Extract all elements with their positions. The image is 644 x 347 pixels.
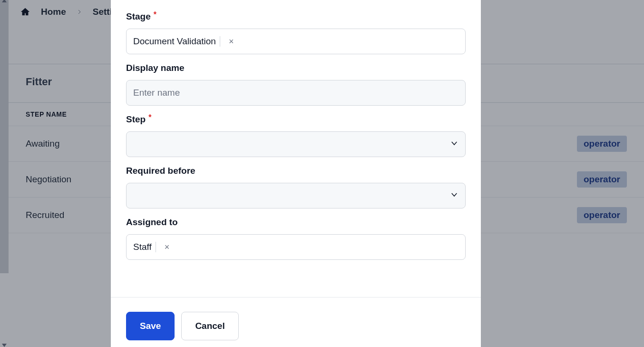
- field-assigned-to: Assigned to Staff ×: [126, 217, 466, 260]
- dialog-footer: Save Cancel: [111, 297, 481, 347]
- edit-step-dialog: Stage * Document Validation × Display na…: [111, 0, 481, 347]
- field-required-before: Required before: [126, 166, 466, 208]
- chevron-down-icon: [450, 190, 459, 201]
- stage-chip: Document Validation: [133, 36, 220, 47]
- assigned-to-chip: Staff: [133, 242, 156, 252]
- field-display-name: Display name: [126, 63, 466, 106]
- display-name-input[interactable]: [133, 88, 459, 98]
- step-label: Step: [126, 114, 146, 125]
- assigned-to-input[interactable]: Staff ×: [126, 234, 466, 260]
- chevron-down-icon: [450, 139, 459, 150]
- required-asterisk-icon: *: [154, 10, 156, 19]
- display-name-input-wrap: [126, 80, 466, 106]
- assigned-to-label: Assigned to: [126, 217, 178, 228]
- required-asterisk-icon: *: [148, 113, 151, 122]
- field-step: Step *: [126, 114, 466, 157]
- required-before-select[interactable]: [126, 183, 466, 208]
- close-icon[interactable]: ×: [224, 37, 236, 46]
- step-select[interactable]: [126, 131, 466, 157]
- cancel-button[interactable]: Cancel: [181, 312, 238, 340]
- field-stage: Stage * Document Validation ×: [126, 11, 466, 54]
- stage-label: Stage: [126, 11, 151, 22]
- stage-input[interactable]: Document Validation ×: [126, 29, 466, 54]
- display-name-label: Display name: [126, 63, 185, 73]
- close-icon[interactable]: ×: [160, 243, 172, 251]
- save-button[interactable]: Save: [126, 312, 175, 340]
- required-before-label: Required before: [126, 166, 195, 176]
